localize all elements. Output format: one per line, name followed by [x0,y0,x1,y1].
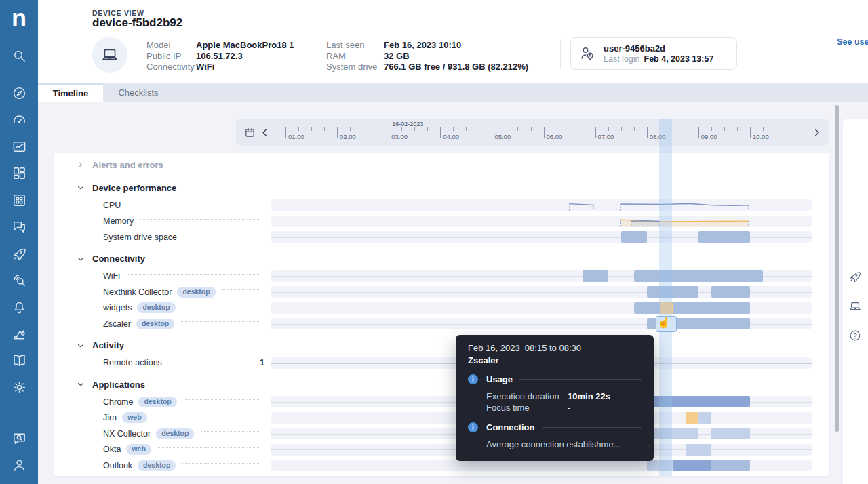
section-header-alerts-and-errors[interactable]: Alerts and errors [54,155,829,174]
sidebar-item-automation-arm[interactable] [0,324,38,343]
timeline-segment[interactable] [686,412,698,424]
metric-label: Focus time [486,402,568,414]
user-card[interactable]: user-9456ba2d Last loginFeb 4, 2023 13:5… [570,37,737,70]
sidebar-item-gauge[interactable] [0,110,38,129]
sidebar-item-chat-search[interactable] [0,429,38,448]
see-users-link[interactable]: See users (2) [784,37,868,47]
chat-search-icon [12,431,27,447]
dotted-leader [182,463,260,464]
quarter-tick [608,127,609,131]
timeline-segment[interactable] [621,231,647,243]
conversations-icon [12,219,27,235]
gauge-icon [12,112,27,127]
sidebar-item-rocket[interactable] [0,244,38,263]
quarter-tick [686,127,686,131]
device-avatar [92,37,127,73]
section-header-activity[interactable]: Activity [54,336,829,355]
timeline-segment[interactable] [698,412,711,424]
quarter-tick [557,127,557,131]
timeline-segment[interactable] [634,302,750,314]
timeline-segment[interactable] [647,460,673,471]
timeline-row: widgetsdesktop [54,300,829,317]
row-label: Chrome [103,397,133,407]
timeline-row: NX Collectordesktop [54,426,829,442]
automation-arm-icon [12,326,27,342]
row-label-area: CPU [54,201,271,210]
quarter-tick [311,127,312,131]
hour-label: 05:00 [494,133,511,140]
row-track [271,316,812,332]
sidebar-item-chart-window[interactable] [0,137,38,156]
right-toolbar-laptop-button[interactable] [847,298,863,315]
timeline-segment[interactable] [711,428,750,439]
sidebar-item-book[interactable] [0,351,38,370]
row-sparkline [271,214,812,230]
dotted-leader [127,274,260,275]
field-value: Apple MacBookPro18 1 [196,40,294,51]
timeline-segment[interactable] [686,444,711,456]
right-toolbar-help-button[interactable] [847,327,863,344]
calendar-button[interactable] [241,124,258,140]
sidebar-item-bell[interactable] [0,298,38,317]
row-label-area: Memory [54,216,271,226]
timeline-row: System drive space [54,229,829,245]
field-label: Model [146,40,196,51]
laptop-icon [100,45,119,64]
hour-label: 08:00 [650,133,666,140]
scroll-left-chevron-icon[interactable] [256,124,273,140]
tab-checklists[interactable]: Checklists [103,83,174,102]
row-label: Zscaler [103,319,131,329]
timeline-row: CPU [54,197,829,214]
timeline-segment[interactable] [660,302,673,314]
sidebar-item-compass[interactable] [0,83,38,102]
pointer-cursor: ☝ [657,316,671,329]
nexthink-logo[interactable]: n [0,3,38,34]
timeline-segment[interactable] [647,286,698,298]
sidebar-item-search[interactable] [0,46,38,65]
right-toolbar-rocket-button[interactable] [847,268,863,285]
timeline-segment[interactable] [583,270,608,282]
platform-badge: web [126,444,151,455]
timeline-segment[interactable] [711,286,750,298]
sidebar-item-conversations[interactable] [0,218,38,237]
metric-label: Average connection establishme... [486,439,648,450]
device-fields: ModelApple MacBookPro18 1Public IP106.51… [146,40,294,73]
section-label: Device performance [92,183,176,193]
quarter-tick [724,127,725,131]
dotted-leader [184,235,260,235]
hour-label: 03:00 [391,133,408,140]
quarter-tick [401,127,402,131]
vertical-scrollbar[interactable] [835,105,839,432]
timeline-segment[interactable] [698,231,750,243]
sidebar-item-person[interactable] [0,456,38,475]
dotted-leader [201,431,260,432]
quarter-tick [517,127,518,131]
sidebar-item-widgets-grid[interactable] [0,190,38,209]
timeline-segment[interactable] [673,460,711,471]
quarter-tick [414,127,415,131]
status-field: Last seenFeb 16, 2023 10:10 [326,40,528,51]
timeline-segment[interactable] [711,460,750,471]
metric-label: Execution duration [486,390,568,402]
timeline-segment[interactable] [647,428,698,439]
timeline-row: Nexthink Collectordesktop [54,284,829,300]
user-location-icon [579,45,595,62]
sidebar-item-gear[interactable] [0,378,38,397]
section-header-device-performance[interactable]: Device performance [54,178,829,197]
row-label: Jira [103,413,117,422]
quarter-tick [427,127,428,131]
sidebar-item-dashboard-grid[interactable] [0,164,38,183]
row-label-area: widgetsdesktop [54,302,271,313]
row-label: Memory [103,216,134,226]
quarter-tick [363,127,363,131]
row-sparkline [271,197,812,214]
timeline-segment[interactable] [634,270,763,282]
section-header-applications[interactable]: Applications [54,375,829,394]
user-name: user-9456ba2d [604,43,713,54]
tab-timeline[interactable]: Timeline [38,83,103,102]
timeline-row: Outlookdesktop [54,458,829,474]
scroll-right-chevron-icon[interactable] [808,124,825,140]
sidebar-item-signal-search[interactable] [0,270,38,289]
row-label-area: Oktaweb [54,444,271,455]
section-header-connectivity[interactable]: Connectivity [54,249,829,268]
